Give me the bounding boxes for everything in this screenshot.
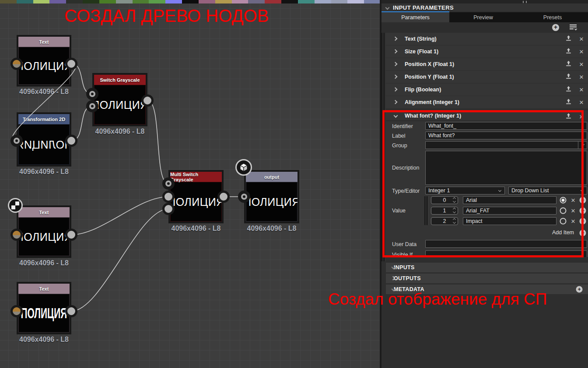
- editor-dropdown[interactable]: Drop Down List: [508, 187, 587, 194]
- visible-if-input[interactable]: [425, 250, 587, 257]
- type-dropdown[interactable]: Integer 1: [425, 187, 505, 194]
- value-name-input[interactable]: Arial: [463, 196, 556, 204]
- node-output[interactable]: outputПОЛИЦИЯ: [244, 170, 299, 223]
- input-pin[interactable]: [10, 58, 23, 70]
- parameter-row[interactable]: Position Y (Float 1)✕: [386, 71, 588, 83]
- expose-icon[interactable]: [562, 60, 575, 68]
- delete-icon[interactable]: ✕: [575, 99, 588, 106]
- expose-icon[interactable]: [562, 35, 575, 43]
- value-name-input[interactable]: Arial_FAT: [463, 207, 556, 215]
- section-outputs[interactable]: OUTPUTS: [386, 274, 588, 283]
- user-data-input[interactable]: [425, 240, 587, 248]
- parameter-row[interactable]: Size (Float 1)✕: [386, 45, 588, 58]
- default-radio[interactable]: [560, 208, 567, 214]
- output-pin[interactable]: [65, 58, 77, 70]
- input-pin[interactable]: [86, 100, 98, 112]
- input-pin[interactable]: [162, 203, 175, 215]
- parameter-row[interactable]: Alignment (Integer 1)✕: [386, 96, 588, 108]
- palette-swatch[interactable]: [116, 0, 133, 3]
- node-transformation-2d[interactable]: Transformation 2DПОЛИЦИЯ: [17, 112, 71, 167]
- expose-icon[interactable]: [562, 98, 575, 106]
- label-input[interactable]: What font?: [425, 132, 587, 139]
- spinner-down-icon[interactable]: [453, 200, 456, 203]
- parameter-row[interactable]: Text (String)✕: [386, 33, 588, 45]
- palette-swatch[interactable]: [99, 0, 116, 3]
- input-pin[interactable]: [238, 191, 250, 203]
- palette-swatch[interactable]: [215, 0, 232, 3]
- default-radio[interactable]: [560, 197, 567, 204]
- node-graph-canvas[interactable]: TextПОЛИЦИЯ4096x4096 - L8Switch Grayscal…: [0, 0, 381, 368]
- group-dropdown[interactable]: [425, 141, 587, 149]
- add-item-button[interactable]: +: [580, 230, 586, 236]
- input-pin[interactable]: [10, 305, 23, 317]
- add-item-button[interactable]: +: [580, 197, 586, 204]
- delete-icon[interactable]: ✕: [571, 218, 576, 225]
- value-name-input[interactable]: Impact: [463, 217, 556, 225]
- spinner-down-icon[interactable]: [453, 210, 456, 213]
- value-items-grip[interactable]: [424, 196, 428, 225]
- palette-swatch[interactable]: [17, 0, 33, 3]
- expose-icon[interactable]: [562, 113, 575, 121]
- panel-header[interactable]: INPUT PARAMETERS: [382, 3, 588, 11]
- palette-swatch[interactable]: [265, 0, 281, 3]
- node-text-top[interactable]: TextПОЛИЦИЯ: [17, 35, 71, 87]
- input-pin[interactable]: [10, 229, 23, 241]
- expose-icon[interactable]: [562, 86, 575, 94]
- value-index-spinner[interactable]: 2: [431, 217, 458, 225]
- delete-icon[interactable]: ✕: [575, 61, 588, 68]
- cube-3d-view-icon[interactable]: [235, 159, 252, 176]
- parameter-row[interactable]: Position X (Float 1)✕: [386, 58, 588, 70]
- input-pin[interactable]: [162, 191, 175, 203]
- palette-swatch[interactable]: [0, 0, 17, 3]
- palette-swatch[interactable]: [298, 0, 315, 3]
- what-font-header[interactable]: What font? (Integer 1) ✕: [386, 111, 588, 121]
- output-pin[interactable]: [65, 305, 77, 317]
- delete-icon[interactable]: ✕: [575, 74, 588, 80]
- value-index-spinner[interactable]: 1: [431, 207, 458, 215]
- expose-icon[interactable]: [562, 48, 575, 56]
- sort-filter-icon[interactable]: [570, 24, 578, 31]
- delete-icon[interactable]: ✕: [575, 36, 588, 42]
- palette-swatch[interactable]: [83, 0, 99, 3]
- palette-swatch[interactable]: [364, 0, 381, 3]
- palette-swatch[interactable]: [66, 0, 83, 3]
- add-item-button[interactable]: +: [580, 208, 586, 214]
- checker-2d-view-icon[interactable]: [8, 198, 23, 213]
- palette-swatch[interactable]: [331, 0, 348, 3]
- palette-swatch[interactable]: [33, 0, 50, 3]
- description-textarea[interactable]: [425, 151, 587, 185]
- tab-parameters[interactable]: Parameters: [382, 12, 449, 22]
- palette-swatch[interactable]: [248, 0, 265, 3]
- palette-swatch[interactable]: [281, 0, 298, 3]
- tab-presets[interactable]: Presets: [517, 12, 588, 22]
- palette-swatch[interactable]: [133, 0, 149, 3]
- output-pin[interactable]: [65, 229, 77, 241]
- output-pin[interactable]: [217, 191, 230, 203]
- palette-swatch[interactable]: [199, 0, 215, 3]
- panel-divider[interactable]: [380, 0, 382, 368]
- delete-icon[interactable]: ✕: [571, 208, 576, 214]
- delete-icon[interactable]: ✕: [575, 49, 588, 55]
- palette-swatch[interactable]: [315, 0, 331, 3]
- input-pin[interactable]: [162, 177, 175, 190]
- value-index-spinner[interactable]: 0: [431, 196, 458, 204]
- add-metadata-button[interactable]: +: [576, 286, 583, 293]
- node-text-bottom[interactable]: TextПОЛИЦИЯ: [17, 282, 71, 334]
- output-pin[interactable]: [65, 135, 77, 147]
- palette-swatch[interactable]: [149, 0, 165, 3]
- add-item-button[interactable]: +: [580, 218, 586, 225]
- identifier-input[interactable]: What_font_: [425, 122, 587, 130]
- delete-icon[interactable]: ✕: [575, 114, 588, 120]
- spinner-down-icon[interactable]: [453, 221, 456, 224]
- parameter-row[interactable]: Flip (Boolean)✕: [386, 83, 588, 96]
- delete-icon[interactable]: ✕: [571, 197, 576, 204]
- palette-swatch[interactable]: [182, 0, 199, 3]
- output-pin[interactable]: [141, 94, 154, 107]
- tab-preview[interactable]: Preview: [449, 12, 517, 22]
- add-parameter-button[interactable]: +: [552, 24, 559, 31]
- input-pin[interactable]: [10, 135, 23, 147]
- default-radio[interactable]: [560, 218, 567, 225]
- node-multi-switch-grayscale[interactable]: Multi Switch GrayscaleПОЛИЦИЯ: [168, 170, 224, 223]
- palette-swatch[interactable]: [49, 0, 66, 3]
- section-inputs[interactable]: INPUTS: [386, 263, 588, 272]
